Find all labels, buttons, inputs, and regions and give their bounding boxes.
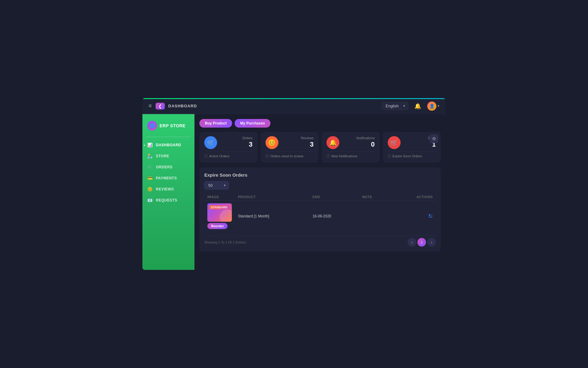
reviews-bottom-label: Orders need to review bbox=[270, 154, 303, 158]
notifications-stat-icon: 🔔 bbox=[326, 136, 339, 149]
brand: 🌐 ERP STORE bbox=[142, 117, 194, 134]
gear-button[interactable]: ⚙ bbox=[430, 134, 438, 143]
sidebar: 🌐 ERP STORE 📊 DASHBOARD 🏪 STORE 🛒 ORDERS bbox=[142, 114, 194, 270]
orders-icon: 🛒 bbox=[147, 165, 153, 170]
product-image-cell: STANDARD Reorder bbox=[204, 201, 235, 232]
thumb-label: STANDARD bbox=[209, 205, 229, 209]
info-icon: ⓘ bbox=[388, 154, 391, 158]
hamburger-icon[interactable]: ≡ bbox=[149, 103, 152, 109]
sidebar-item-label: ORDERS bbox=[156, 165, 172, 169]
requests-icon: 📧 bbox=[147, 198, 153, 203]
col-actions: ACTIONS bbox=[391, 193, 436, 201]
main-layout: 🌐 ERP STORE 📊 DASHBOARD 🏪 STORE 🛒 ORDERS bbox=[142, 114, 446, 270]
dashboard-icon: 📊 bbox=[147, 143, 153, 148]
sidebar-divider bbox=[146, 137, 191, 137]
top-actions: Buy Product My Purchases bbox=[199, 119, 441, 128]
gear-icon: ⚙ bbox=[432, 136, 436, 141]
stat-card-active-orders: 🛒 Orders 3 ⓘ Active Orders bbox=[199, 132, 258, 163]
pagination-page-1[interactable]: 1 bbox=[417, 238, 426, 247]
header: ≡ ❮ DASHBOARD English Arabic French 🔔 👤 … bbox=[142, 98, 446, 114]
pagination: ‹ 1 › bbox=[408, 238, 436, 247]
col-image: IMAGE bbox=[204, 193, 235, 201]
sidebar-item-payments[interactable]: 💳 PAYMENTS bbox=[142, 173, 194, 184]
table-footer: Showing 1 To 1 Of 1 Entries ‹ 1 › bbox=[204, 235, 436, 247]
language-selector[interactable]: English Arabic French bbox=[382, 102, 408, 110]
back-arrow-icon: ❮ bbox=[158, 104, 162, 109]
expire-soon-icon: 🛒 bbox=[388, 136, 401, 149]
pagination-prev[interactable]: ‹ bbox=[408, 238, 416, 247]
sidebar-item-requests[interactable]: 📧 REQUESTS bbox=[142, 195, 194, 206]
stat-card-reviews: 😊 Reviews 3 ⓘ Orders need to review bbox=[261, 132, 319, 163]
language-select[interactable]: English Arabic French bbox=[382, 102, 408, 110]
my-purchases-button[interactable]: My Purchases bbox=[235, 119, 270, 128]
orders-value: 3 bbox=[242, 140, 253, 148]
reorder-button[interactable]: Reorder bbox=[207, 223, 228, 229]
info-icon: ⓘ bbox=[204, 154, 208, 158]
col-note: NOTE bbox=[359, 193, 391, 201]
reviews-label: Reviews bbox=[301, 136, 314, 140]
col-product: PRODUCT bbox=[235, 193, 309, 201]
product-actions: ↻ bbox=[391, 201, 436, 232]
info-icon: ⓘ bbox=[326, 154, 330, 158]
active-orders-icon: 🛒 bbox=[204, 136, 217, 149]
product-thumbnail: STANDARD bbox=[207, 203, 232, 222]
section-title: Expire Soon Orders bbox=[204, 172, 436, 178]
sidebar-item-label: DASHBOARD bbox=[156, 143, 181, 147]
expire-soon-section: Expire Soon Orders 50 10 25 100 bbox=[199, 167, 441, 251]
page-title: DASHBOARD bbox=[168, 104, 378, 108]
product-note bbox=[359, 201, 391, 232]
sidebar-item-orders[interactable]: 🛒 ORDERS bbox=[142, 162, 194, 173]
product-end-date: 16-08-2020 bbox=[309, 201, 359, 232]
avatar-wrapper[interactable]: 👤 ▾ bbox=[427, 102, 439, 111]
sidebar-item-dashboard[interactable]: 📊 DASHBOARD bbox=[142, 140, 194, 151]
table-wrapper: IMAGE PRODUCT END NOTE ACTIONS bbox=[204, 193, 436, 232]
notifications-bottom-label: New Notifications bbox=[331, 154, 357, 158]
active-orders-bottom-label: Active Orders bbox=[209, 154, 230, 158]
main-content: Buy Product My Purchases 🛒 Orders 3 bbox=[194, 114, 446, 270]
notifications-value: 0 bbox=[356, 140, 375, 148]
bell-icon[interactable]: 🔔 bbox=[414, 103, 421, 109]
notifications-label: Notifications bbox=[356, 136, 375, 140]
product-name: Standard [1 Month] bbox=[235, 201, 309, 232]
brand-logo: 🌐 bbox=[147, 121, 157, 131]
reviews-value: 3 bbox=[301, 140, 314, 148]
reviews-stat-icon: 😊 bbox=[266, 136, 278, 149]
stats-row: 🛒 Orders 3 ⓘ Active Orders bbox=[199, 132, 441, 163]
orders-label: Orders bbox=[242, 136, 253, 140]
sidebar-item-label: REQUESTS bbox=[156, 198, 177, 202]
per-page-wrapper: 50 10 25 100 bbox=[204, 181, 436, 190]
brand-name: ERP STORE bbox=[160, 123, 186, 128]
buy-product-button[interactable]: Buy Product bbox=[199, 119, 232, 128]
sidebar-item-reviews[interactable]: 😊 REVIEWS bbox=[142, 184, 194, 195]
payments-icon: 💳 bbox=[147, 176, 153, 181]
reviews-icon: 😊 bbox=[147, 187, 153, 192]
avatar: 👤 bbox=[427, 102, 436, 111]
refresh-icon[interactable]: ↻ bbox=[428, 213, 433, 219]
sidebar-item-label: STORE bbox=[156, 154, 169, 158]
expire-soon-bottom-label: Expire Soon Orders bbox=[393, 154, 422, 158]
app-container: ≡ ❮ DASHBOARD English Arabic French 🔔 👤 … bbox=[142, 98, 446, 270]
orders-table: IMAGE PRODUCT END NOTE ACTIONS bbox=[204, 193, 436, 232]
sidebar-item-label: REVIEWS bbox=[156, 187, 174, 191]
avatar-chevron-icon: ▾ bbox=[438, 104, 439, 108]
per-page-select[interactable]: 50 10 25 100 bbox=[204, 181, 229, 190]
col-end: END bbox=[309, 193, 359, 201]
stat-card-notifications: 🔔 Notifications 0 ⓘ New Notifications bbox=[322, 132, 380, 163]
back-button[interactable]: ❮ bbox=[156, 103, 165, 109]
sidebar-item-store[interactable]: 🏪 STORE bbox=[142, 151, 194, 162]
store-icon: 🏪 bbox=[147, 154, 153, 159]
info-icon: ⓘ bbox=[266, 154, 269, 158]
stat-card-expire-soon: 🛒 Soon 1 ⓘ Expire Soon Orders ⚙ bbox=[383, 132, 441, 163]
table-row: STANDARD Reorder Standard [1 Month] 16-0… bbox=[204, 201, 436, 232]
showing-text: Showing 1 To 1 Of 1 Entries bbox=[204, 240, 246, 244]
pagination-next[interactable]: › bbox=[427, 238, 436, 247]
sidebar-item-label: PAYMENTS bbox=[156, 176, 177, 180]
